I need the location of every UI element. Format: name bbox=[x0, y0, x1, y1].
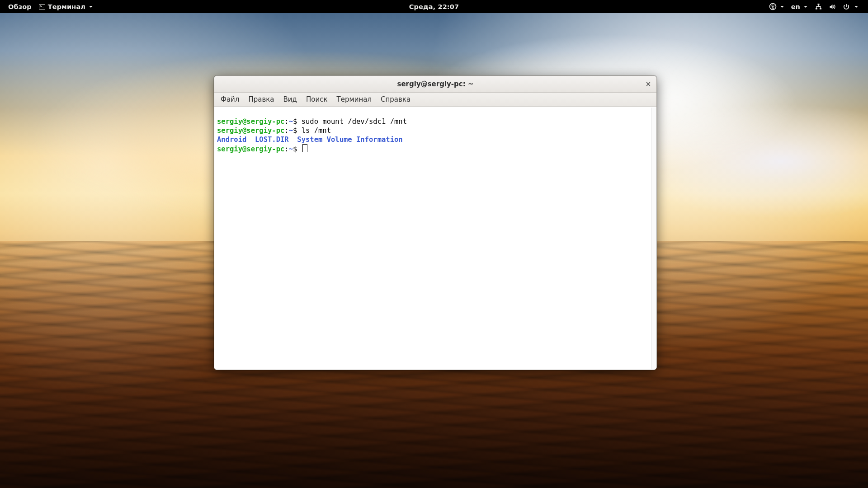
app-menu-button[interactable]: Терминал bbox=[35, 0, 96, 13]
prompt-sigil: $ bbox=[293, 127, 302, 135]
accessibility-menu[interactable] bbox=[765, 0, 788, 13]
menu-edit-label: Правка bbox=[248, 95, 274, 103]
accessibility-icon bbox=[769, 3, 777, 10]
terminal-cursor bbox=[302, 144, 307, 152]
ls-output-dir: LOST.DIR bbox=[255, 136, 289, 144]
svg-rect-4 bbox=[820, 8, 821, 9]
volume-icon bbox=[829, 3, 836, 10]
input-source-label: en bbox=[791, 3, 800, 10]
svg-rect-2 bbox=[818, 4, 820, 5]
menu-view-label: Вид bbox=[283, 95, 297, 103]
prompt-path: ~ bbox=[289, 117, 293, 126]
menu-search[interactable]: Поиск bbox=[302, 94, 332, 105]
terminal-menubar: Файл Правка Вид Поиск Терминал Справка bbox=[214, 93, 656, 107]
activities-button[interactable]: Обзор bbox=[5, 0, 35, 13]
prompt-at: @ bbox=[242, 145, 246, 153]
menu-help-label: Справка bbox=[381, 95, 410, 103]
prompt-path: ~ bbox=[289, 145, 293, 153]
menu-search-label: Поиск bbox=[306, 95, 328, 103]
prompt-host: sergiy-pc bbox=[246, 117, 284, 126]
prompt-sigil: $ bbox=[293, 117, 302, 126]
prompt-user: sergiy bbox=[217, 117, 242, 126]
gnome-top-bar: Обзор Терминал Среда, 22:07 en bbox=[0, 0, 868, 13]
prompt-user: sergiy bbox=[217, 145, 242, 153]
power-icon bbox=[843, 3, 850, 10]
menu-file-label: Файл bbox=[221, 95, 239, 103]
top-bar-left: Обзор Терминал bbox=[0, 0, 96, 13]
input-source-menu[interactable]: en bbox=[788, 0, 811, 13]
clock-label: Среда, 22:07 bbox=[409, 3, 459, 10]
menu-edit[interactable]: Правка bbox=[244, 94, 278, 105]
prompt-at: @ bbox=[242, 127, 246, 135]
chevron-down-icon bbox=[804, 6, 807, 8]
terminal-command-1: sudo mount /dev/sdc1 /mnt bbox=[302, 117, 407, 126]
svg-rect-3 bbox=[816, 8, 817, 9]
terminal-body[interactable]: sergiy@sergiy-pc:~$ sudo mount /dev/sdc1… bbox=[214, 107, 656, 370]
menu-terminal-label: Терминал bbox=[336, 95, 372, 103]
app-menu-label: Терминал bbox=[48, 3, 85, 10]
window-close-button[interactable]: × bbox=[643, 79, 654, 89]
terminal-app-icon bbox=[39, 4, 45, 9]
ls-output-sep bbox=[289, 136, 297, 144]
menu-file[interactable]: Файл bbox=[216, 94, 244, 105]
top-bar-center: Среда, 22:07 bbox=[406, 0, 462, 13]
activities-label: Обзор bbox=[8, 3, 32, 10]
ls-output-dir: System Volume Information bbox=[297, 136, 402, 144]
terminal-command-2: ls /mnt bbox=[302, 127, 331, 135]
top-bar-right: en bbox=[765, 0, 868, 13]
prompt-colon: : bbox=[284, 127, 288, 135]
menu-terminal[interactable]: Терминал bbox=[332, 94, 376, 105]
prompt-host: sergiy-pc bbox=[246, 145, 284, 153]
menu-view[interactable]: Вид bbox=[279, 94, 302, 105]
prompt-sigil: $ bbox=[293, 145, 302, 153]
clock-button[interactable]: Среда, 22:07 bbox=[406, 0, 462, 13]
terminal-window: sergiy@sergiy-pc: ~ × Файл Правка Вид По… bbox=[214, 75, 657, 370]
system-status-menu[interactable] bbox=[811, 0, 862, 13]
close-icon: × bbox=[646, 80, 651, 88]
terminal-scrollbar[interactable] bbox=[651, 108, 656, 369]
prompt-host: sergiy-pc bbox=[246, 127, 284, 135]
prompt-user: sergiy bbox=[217, 127, 242, 135]
prompt-at: @ bbox=[242, 117, 246, 126]
ls-output-dir: Android bbox=[217, 136, 246, 144]
prompt-colon: : bbox=[284, 145, 288, 153]
prompt-path: ~ bbox=[289, 127, 293, 135]
menu-help[interactable]: Справка bbox=[376, 94, 415, 105]
svg-point-1 bbox=[772, 5, 773, 5]
ls-output-sep bbox=[246, 136, 255, 144]
chevron-down-icon bbox=[780, 6, 784, 8]
window-title: sergiy@sergiy-pc: ~ bbox=[397, 80, 474, 88]
chevron-down-icon bbox=[854, 6, 858, 8]
window-titlebar[interactable]: sergiy@sergiy-pc: ~ × bbox=[214, 76, 656, 93]
prompt-colon: : bbox=[284, 117, 288, 126]
chevron-down-icon bbox=[89, 6, 93, 8]
network-wired-icon bbox=[815, 3, 822, 10]
